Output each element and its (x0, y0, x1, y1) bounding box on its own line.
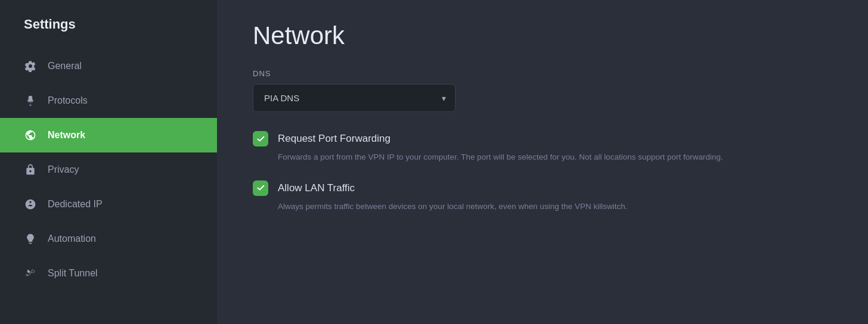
mic-icon (24, 94, 37, 107)
sidebar-item-label-protocols: Protocols (48, 95, 88, 106)
fork-icon (24, 267, 37, 280)
sidebar-item-label-split-tunnel: Split Tunnel (48, 268, 98, 279)
sidebar-item-privacy[interactable]: Privacy (0, 152, 217, 187)
sidebar-item-label-privacy: Privacy (48, 164, 79, 175)
sidebar-item-label-network: Network (48, 130, 85, 141)
dns-select[interactable]: PIA DNS Custom DNS (253, 84, 455, 112)
sidebar-item-dedicated-ip[interactable]: Dedicated IP (0, 187, 217, 222)
sidebar: Settings General Protocols Network (0, 0, 217, 324)
globe-icon (24, 198, 37, 211)
main-content: Network DNS PIA DNS Custom DNS ▾ Request… (217, 0, 868, 324)
dns-section: DNS PIA DNS Custom DNS ▾ (253, 69, 832, 112)
sidebar-item-label-dedicated-ip: Dedicated IP (48, 199, 103, 210)
network-icon (24, 129, 37, 142)
sidebar-item-split-tunnel[interactable]: Split Tunnel (0, 256, 217, 291)
lan-traffic-label: Allow LAN Traffic (278, 182, 355, 194)
page-title: Network (253, 21, 832, 50)
lan-traffic-header: Allow LAN Traffic (253, 180, 832, 196)
lan-traffic-row: Allow LAN Traffic Always permits traffic… (253, 180, 832, 213)
dns-label: DNS (253, 69, 832, 78)
sidebar-item-label-automation: Automation (48, 233, 96, 244)
sidebar-item-label-general: General (48, 61, 82, 71)
dns-select-wrapper: PIA DNS Custom DNS ▾ (253, 84, 455, 112)
sidebar-item-network[interactable]: Network (0, 118, 217, 152)
lan-traffic-checkbox[interactable] (253, 180, 268, 196)
port-forwarding-row: Request Port Forwarding Forwards a port … (253, 131, 832, 164)
sidebar-item-protocols[interactable]: Protocols (0, 83, 217, 118)
port-forwarding-checkbox[interactable] (253, 131, 268, 147)
lock-icon (24, 163, 37, 176)
port-forwarding-description: Forwards a port from the VPN IP to your … (253, 151, 765, 164)
sidebar-item-automation[interactable]: Automation (0, 222, 217, 256)
gear-icon (24, 60, 37, 73)
sidebar-title: Settings (0, 0, 217, 49)
port-forwarding-label: Request Port Forwarding (278, 133, 390, 145)
bulb-icon (24, 232, 37, 245)
lan-traffic-description: Always permits traffic between devices o… (253, 201, 765, 213)
port-forwarding-header: Request Port Forwarding (253, 131, 832, 147)
sidebar-item-general[interactable]: General (0, 49, 217, 83)
